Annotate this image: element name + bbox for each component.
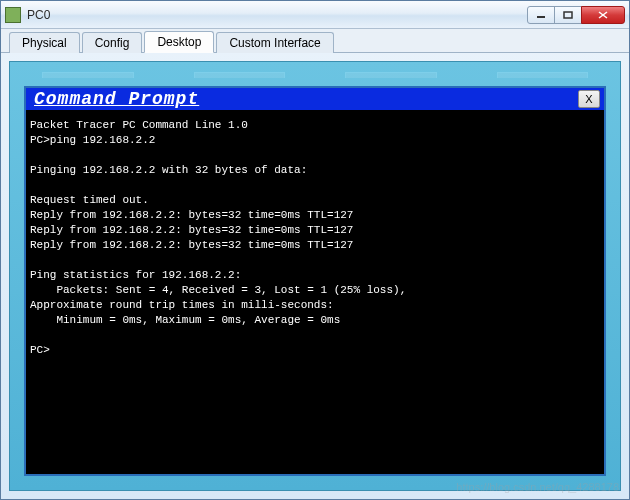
tab-config[interactable]: Config: [82, 32, 143, 53]
desktop-icon-stub[interactable]: [497, 72, 589, 78]
window-title: PC0: [27, 8, 528, 22]
terminal-line: Approximate round trip times in milli-se…: [30, 299, 334, 311]
tab-custom-interface[interactable]: Custom Interface: [216, 32, 333, 53]
maximize-button[interactable]: [554, 6, 582, 24]
window-titlebar: PC0: [1, 1, 629, 29]
tab-physical[interactable]: Physical: [9, 32, 80, 53]
terminal-line: PC>: [30, 344, 50, 356]
terminal-line: Reply from 192.168.2.2: bytes=32 time=0m…: [30, 209, 353, 221]
terminal-line: Reply from 192.168.2.2: bytes=32 time=0m…: [30, 239, 353, 251]
close-button[interactable]: [581, 6, 625, 24]
command-prompt-close-button[interactable]: X: [578, 90, 600, 108]
terminal-line: Reply from 192.168.2.2: bytes=32 time=0m…: [30, 224, 353, 236]
close-x-label: X: [585, 93, 592, 105]
desktop-icon-stub[interactable]: [345, 72, 437, 78]
svg-rect-1: [564, 12, 572, 18]
svg-line-2: [599, 12, 607, 18]
command-prompt-title: Command Prompt: [34, 89, 578, 109]
command-prompt-body[interactable]: Packet Tracer PC Command Line 1.0 PC>pin…: [26, 110, 604, 474]
svg-line-3: [599, 12, 607, 18]
terminal-line: Ping statistics for 192.168.2.2:: [30, 269, 241, 281]
desktop-icon-stub[interactable]: [194, 72, 286, 78]
terminal-line: Request timed out.: [30, 194, 149, 206]
window-controls: [528, 6, 625, 24]
tab-desktop[interactable]: Desktop: [144, 31, 214, 53]
tab-bar: Physical Config Desktop Custom Interface: [1, 29, 629, 53]
terminal-line: Packets: Sent = 4, Received = 3, Lost = …: [30, 284, 406, 296]
app-window: PC0 Physical Config Desktop Custom Inter…: [0, 0, 630, 500]
terminal-line: Pinging 192.168.2.2 with 32 bytes of dat…: [30, 164, 307, 176]
maximize-icon: [563, 11, 573, 19]
desktop-icon-stub[interactable]: [42, 72, 134, 78]
minimize-button[interactable]: [527, 6, 555, 24]
command-prompt-titlebar[interactable]: Command Prompt X: [26, 88, 604, 110]
app-icon: [5, 7, 21, 23]
desktop-icon-row: [20, 72, 610, 82]
terminal-line: Minimum = 0ms, Maximum = 0ms, Average = …: [30, 314, 340, 326]
minimize-icon: [536, 11, 546, 19]
terminal-line: Packet Tracer PC Command Line 1.0: [30, 119, 248, 131]
close-icon: [598, 11, 608, 19]
desktop-panel: Command Prompt X Packet Tracer PC Comman…: [9, 61, 621, 491]
command-prompt-window: Command Prompt X Packet Tracer PC Comman…: [24, 86, 606, 476]
terminal-line: PC>ping 192.168.2.2: [30, 134, 155, 146]
